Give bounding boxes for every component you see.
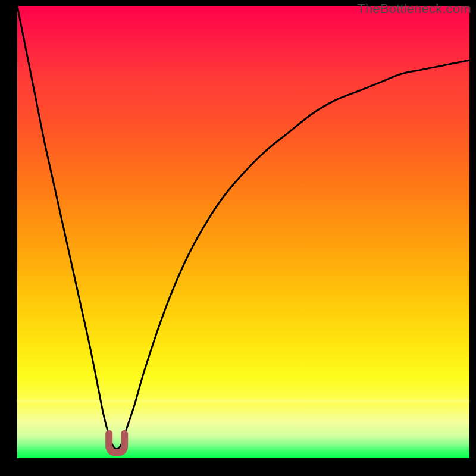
svg-point-2 [121,430,128,437]
plot-area [17,6,469,458]
watermark-text: TheBottleneck.com [357,1,471,17]
overlay-svg [17,6,469,458]
cusp-marker [106,430,128,453]
bottleneck-curve [17,6,469,449]
svg-point-3 [121,436,128,443]
svg-point-1 [106,436,112,443]
svg-point-0 [106,430,112,437]
figure-canvas: TheBottleneck.com [0,0,476,476]
